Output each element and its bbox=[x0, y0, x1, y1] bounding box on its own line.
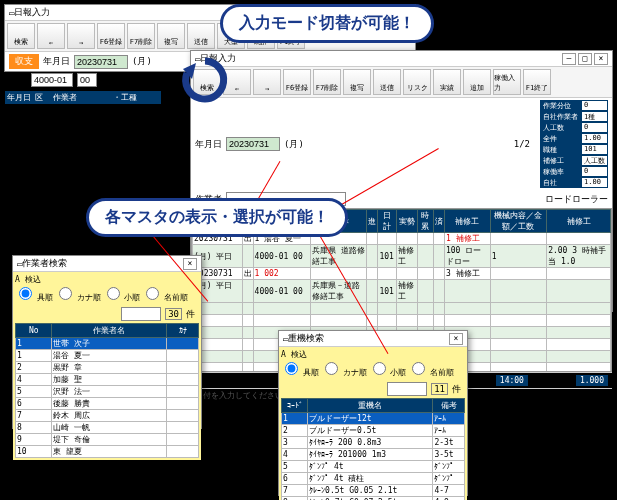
toolbar-button[interactable]: F1終了 bbox=[523, 69, 551, 95]
toolbar-button[interactable]: 複写 bbox=[343, 69, 371, 95]
list-cell[interactable] bbox=[167, 446, 199, 458]
grid-cell[interactable] bbox=[417, 280, 433, 303]
sort-radio[interactable]: 名前順 bbox=[146, 287, 188, 303]
list-cell[interactable]: 4-9 bbox=[433, 497, 465, 501]
grid-cell[interactable] bbox=[433, 303, 444, 315]
list-cell[interactable]: 5 bbox=[16, 386, 52, 398]
list-cell[interactable] bbox=[167, 362, 199, 374]
date-input[interactable] bbox=[74, 55, 128, 69]
toolbar-button[interactable]: F7削除 bbox=[127, 23, 155, 49]
sort-radio[interactable]: 具順 bbox=[19, 287, 53, 303]
grid-cell[interactable] bbox=[433, 280, 444, 303]
list-cell[interactable]: 6 bbox=[282, 473, 308, 485]
sort-radio[interactable]: 具順 bbox=[285, 362, 319, 378]
grid-cell[interactable] bbox=[547, 351, 611, 363]
list-cell[interactable]: 3-5t bbox=[433, 449, 465, 461]
grid-cell[interactable] bbox=[417, 315, 433, 327]
project-code-input[interactable] bbox=[31, 73, 73, 87]
grid-cell[interactable] bbox=[378, 268, 396, 280]
grid-cell[interactable] bbox=[417, 233, 433, 245]
list-cell[interactable]: 堤下 奇倫 bbox=[52, 434, 167, 446]
grid-cell[interactable] bbox=[417, 245, 433, 268]
grid-cell[interactable] bbox=[378, 233, 396, 245]
list-row[interactable]: 3ﾀｲﾔﾛｰﾗ 200 0.8m32-3t bbox=[282, 437, 465, 449]
grid-cell[interactable] bbox=[367, 303, 378, 315]
grid-cell[interactable] bbox=[242, 315, 253, 327]
grid-cell[interactable] bbox=[490, 268, 546, 280]
grid-cell[interactable] bbox=[396, 303, 417, 315]
grid-cell[interactable] bbox=[547, 339, 611, 351]
close-button[interactable]: × bbox=[449, 333, 463, 345]
close-button[interactable]: × bbox=[183, 258, 197, 270]
grid-cell[interactable]: 4000-01 00 bbox=[253, 245, 310, 268]
list-cell[interactable]: 2 bbox=[282, 425, 308, 437]
minimize-button[interactable]: — bbox=[562, 53, 576, 65]
list-cell[interactable]: 4-7 bbox=[433, 485, 465, 497]
list-row[interactable]: 6ﾀﾞﾝﾌﾟ 4t 積柱ﾀﾞﾝﾌﾟ bbox=[282, 473, 465, 485]
list-cell[interactable] bbox=[167, 338, 199, 350]
grid-cell[interactable]: 1 bbox=[490, 245, 546, 268]
grid-cell[interactable] bbox=[547, 315, 611, 327]
list-cell[interactable]: 2-3t bbox=[433, 437, 465, 449]
grid-cell[interactable] bbox=[547, 268, 611, 280]
grid-cell[interactable] bbox=[367, 245, 378, 268]
list-cell[interactable]: ｸﾚｰﾝ0.7t G0.07 2.5t bbox=[308, 497, 433, 501]
list-cell[interactable]: ｸﾚｰﾝ0.5t G0.05 2.1t bbox=[308, 485, 433, 497]
grid-cell[interactable]: 2.00 3 時補手当 1.0 bbox=[547, 245, 611, 268]
list-row[interactable]: 7ｸﾚｰﾝ0.5t G0.05 2.1t4-7 bbox=[282, 485, 465, 497]
grid-cell[interactable] bbox=[253, 315, 310, 327]
list-cell[interactable] bbox=[167, 374, 199, 386]
grid-cell[interactable] bbox=[444, 280, 490, 303]
list-cell[interactable]: 7 bbox=[282, 485, 308, 497]
toolbar-button[interactable]: 送信 bbox=[373, 69, 401, 95]
grid-cell[interactable] bbox=[490, 363, 546, 373]
list-cell[interactable]: ブルドーザー12t bbox=[308, 413, 433, 425]
grid-cell[interactable] bbox=[242, 303, 253, 315]
grid-row[interactable] bbox=[193, 315, 611, 327]
grid-cell[interactable] bbox=[242, 351, 253, 363]
grid-cell[interactable] bbox=[547, 233, 611, 245]
project-branch-input[interactable] bbox=[77, 73, 97, 87]
list-row[interactable]: 5沢野 法一 bbox=[16, 386, 199, 398]
tab[interactable]: A 検込 bbox=[281, 349, 465, 360]
list-cell[interactable]: ﾀﾞﾝﾌﾟ 4t 積柱 bbox=[308, 473, 433, 485]
list-row[interactable]: 7鈴木 周広 bbox=[16, 410, 199, 422]
list-row[interactable]: 2黒野 章 bbox=[16, 362, 199, 374]
grid-cell[interactable] bbox=[490, 327, 546, 339]
list-cell[interactable] bbox=[167, 398, 199, 410]
list-cell[interactable]: ｱｰﾑ bbox=[433, 413, 465, 425]
grid-row[interactable]: (月) 平日 出4000-01 00兵庫県－道路修繕工事101補修工 bbox=[193, 280, 611, 303]
grid-cell[interactable]: 1 補修工 bbox=[444, 233, 490, 245]
grid-cell[interactable]: 出 bbox=[242, 268, 253, 280]
grid-cell[interactable] bbox=[242, 280, 253, 303]
toolbar-button[interactable]: 送信 bbox=[187, 23, 215, 49]
list-row[interactable]: 5ﾀﾞﾝﾌﾟ 4tﾀﾞﾝﾌﾟ bbox=[282, 461, 465, 473]
list-cell[interactable]: 湯谷 夏一 bbox=[52, 350, 167, 362]
list-cell[interactable] bbox=[167, 422, 199, 434]
toolbar-button[interactable]: 複写 bbox=[157, 23, 185, 49]
toolbar-button[interactable]: 稼働入力 bbox=[493, 69, 521, 95]
list-cell[interactable]: 10 bbox=[16, 446, 52, 458]
list-row[interactable]: 1湯谷 夏一 bbox=[16, 350, 199, 362]
toolbar-button[interactable]: F7削除 bbox=[313, 69, 341, 95]
toolbar-button[interactable]: → bbox=[67, 23, 95, 49]
grid-cell[interactable] bbox=[396, 268, 417, 280]
list-cell[interactable]: 4 bbox=[16, 374, 52, 386]
list-cell[interactable]: ﾀﾞﾝﾌﾟ bbox=[433, 473, 465, 485]
list-cell[interactable] bbox=[167, 410, 199, 422]
grid-cell[interactable] bbox=[444, 315, 490, 327]
grid-cell[interactable]: 1 002 bbox=[253, 268, 310, 280]
grid-cell[interactable] bbox=[367, 268, 378, 280]
close-button[interactable]: × bbox=[594, 53, 608, 65]
grid-cell[interactable]: 補修工 bbox=[396, 280, 417, 303]
list-cell[interactable]: 7 bbox=[16, 410, 52, 422]
list-row[interactable]: 4ﾀｲﾔﾛｰﾗ 201000 1m33-5t bbox=[282, 449, 465, 461]
list-cell[interactable]: ｱｰﾑ bbox=[433, 425, 465, 437]
grid-cell[interactable] bbox=[417, 268, 433, 280]
list-cell[interactable]: ﾀｲﾔﾛｰﾗ 201000 1m3 bbox=[308, 449, 433, 461]
grid-cell[interactable] bbox=[396, 315, 417, 327]
grid-cell[interactable] bbox=[444, 303, 490, 315]
list-cell[interactable]: 加藤 聖 bbox=[52, 374, 167, 386]
grid-cell[interactable]: 101 bbox=[378, 280, 396, 303]
grid-cell[interactable]: 兵庫県 道路修繕工事 bbox=[310, 245, 366, 268]
